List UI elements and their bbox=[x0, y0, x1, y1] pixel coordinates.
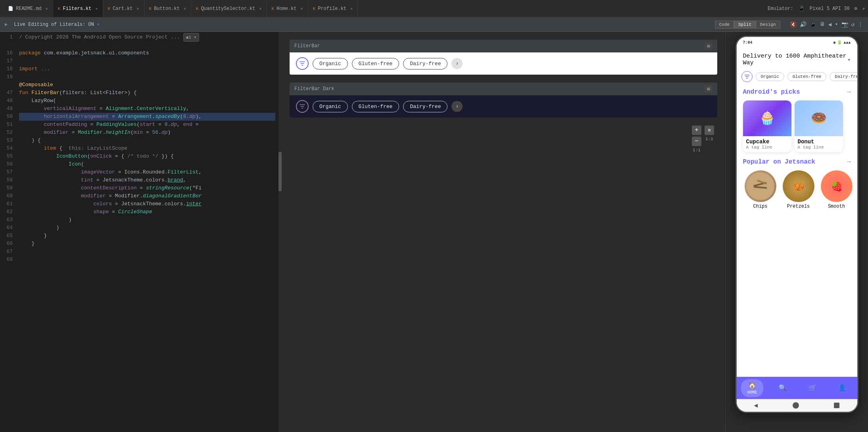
monitor-icon[interactable]: 🖥 bbox=[820, 21, 825, 28]
nav-home[interactable]: 🏠 HOME bbox=[741, 379, 763, 397]
more-icon[interactable]: ⋮ bbox=[858, 21, 863, 28]
code-line-62: modifier = Modifier.diagonalGradientBor bbox=[19, 192, 275, 200]
code-line-48: @Composable bbox=[19, 81, 275, 89]
live-edit-toggle[interactable]: Live Editing of Literals: ON ▾ bbox=[14, 21, 100, 27]
zoom-out-btn[interactable]: − bbox=[692, 137, 701, 146]
phone-rotate-icon[interactable]: 📱 bbox=[810, 21, 816, 28]
code-content[interactable]: / Copyright 2020 The Android Open Source… bbox=[16, 32, 278, 432]
product-card-cupcake[interactable]: 🧁 Cupcake A tag line bbox=[743, 100, 791, 152]
popular-card-chips[interactable]: Chips bbox=[743, 170, 778, 209]
settings-icon[interactable]: ⚙ bbox=[855, 6, 857, 12]
smoothie-name: Smooth bbox=[828, 204, 845, 209]
refresh-icon[interactable]: ↺ bbox=[851, 21, 855, 28]
donut-info: Donut A tag line bbox=[795, 136, 843, 152]
fit-controls: ⊞ 1:1 bbox=[705, 125, 714, 152]
tab-filters[interactable]: K Filters.kt ✕ bbox=[53, 0, 103, 17]
nav-cart[interactable]: 🛒 bbox=[802, 382, 823, 394]
cupcake-image: 🧁 bbox=[743, 100, 791, 136]
preview-sections: FilterBar ⊞ Organic Gluten-free Dairy-fr… bbox=[282, 32, 725, 432]
donut-image: 🍩 bbox=[795, 100, 843, 136]
mute-icon[interactable]: 🔇 bbox=[790, 21, 797, 28]
phone-chip-organic[interactable]: Organic bbox=[756, 72, 784, 81]
chip-glutenfree-dark[interactable]: Gluten-free bbox=[352, 101, 399, 112]
delivery-dropdown-icon[interactable]: ▾ bbox=[847, 56, 851, 63]
tab-readme-label: README.md bbox=[16, 6, 42, 12]
phone-icon: 📱 bbox=[798, 5, 805, 12]
chip-more-dark[interactable]: › bbox=[451, 101, 463, 112]
nav-search[interactable]: 🔍 bbox=[772, 382, 793, 394]
product-card-donut[interactable]: 🍩 Donut A tag line bbox=[795, 100, 843, 152]
delivery-header[interactable]: Delivery to 1600 Amphitheater Way ▾ bbox=[737, 48, 857, 69]
phone-filter-svg bbox=[744, 73, 750, 80]
code-line-55: ) { bbox=[19, 137, 275, 145]
phone-filter-icon[interactable] bbox=[741, 71, 753, 82]
nav-home-circle[interactable] bbox=[793, 402, 799, 409]
tab-readme[interactable]: 📄 README.md ✕ bbox=[3, 0, 53, 17]
chips-name: Chips bbox=[753, 204, 767, 209]
code-line-18 bbox=[19, 57, 275, 65]
tab-home[interactable]: K Home.kt ✕ bbox=[267, 0, 308, 17]
signal-icon: ▲▲▲ bbox=[843, 40, 851, 45]
popular-card-smoothie[interactable]: 🍓 Smooth bbox=[819, 170, 854, 209]
phone-chip-dairyfree[interactable]: Dairy-free bbox=[830, 72, 857, 81]
fit-btn[interactable]: ⊞ bbox=[705, 125, 714, 135]
code-line-16 bbox=[19, 41, 275, 49]
nav-recents-icon[interactable] bbox=[834, 403, 839, 408]
popular-card-pretzels[interactable]: 🥨 Pretzels bbox=[781, 170, 816, 209]
filterbar-light-resize[interactable]: ⊞ bbox=[705, 42, 712, 50]
filter-list-icon-dark[interactable] bbox=[296, 100, 309, 113]
top-bar: 📄 README.md ✕ K Filters.kt ✕ K Cart.kt ✕… bbox=[0, 0, 868, 17]
split-mode-btn[interactable]: Split bbox=[734, 21, 756, 29]
nav-profile[interactable]: 👤 bbox=[832, 382, 853, 394]
chip-dairyfree-dark[interactable]: Dairy-free bbox=[403, 101, 447, 112]
nav-back-icon[interactable]: ◀ bbox=[754, 401, 758, 409]
right-panel: 7:04 ◉ 🔋 ▲▲▲ Delivery to 1600 Amphitheat… bbox=[725, 32, 868, 432]
code-scrollbar-thumb bbox=[278, 152, 282, 191]
code-line-63: colors = JetsnackTheme.colors.inter bbox=[19, 200, 275, 208]
popular-arrow[interactable]: → bbox=[847, 158, 851, 166]
volume-icon[interactable]: 🔊 bbox=[800, 21, 807, 28]
live-edit-dropdown[interactable]: ▾ bbox=[97, 22, 100, 27]
phone-chip-glutenfree[interactable]: Gluten-free bbox=[787, 72, 827, 81]
prev-icon[interactable]: ◀ bbox=[828, 21, 832, 28]
tab-profile-close[interactable]: ✕ bbox=[350, 6, 353, 11]
tab-home-close[interactable]: ✕ bbox=[301, 6, 303, 11]
filterbar-dark-content: Organic Gluten-free Dairy-free › bbox=[290, 95, 717, 118]
androids-picks-arrow[interactable]: → bbox=[847, 89, 851, 96]
chip-dairyfree-light[interactable]: Dairy-free bbox=[403, 58, 447, 69]
cupcake-name: Cupcake bbox=[746, 139, 788, 145]
design-mode-btn[interactable]: Design bbox=[756, 21, 780, 29]
code-mode-btn[interactable]: Code bbox=[715, 21, 734, 29]
chip-more-light[interactable]: › bbox=[451, 58, 463, 69]
code-scrollbar[interactable] bbox=[278, 32, 282, 432]
tab-home-label: Home.kt bbox=[277, 6, 296, 12]
stop-icon[interactable]: ▪ bbox=[835, 21, 838, 28]
filter-list-icon-light[interactable] bbox=[296, 57, 309, 70]
tab-button-close[interactable]: ✕ bbox=[184, 6, 186, 11]
tab-cart[interactable]: K Cart.kt ✕ bbox=[103, 0, 144, 17]
tab-cart-close[interactable]: ✕ bbox=[137, 6, 139, 11]
code-line-64: shape = CircleShape bbox=[19, 208, 275, 216]
tab-readme-close[interactable]: ✕ bbox=[46, 6, 48, 11]
chip-organic-light[interactable]: Organic bbox=[313, 58, 348, 69]
chip-organic-dark[interactable]: Organic bbox=[313, 101, 348, 112]
camera-icon[interactable]: 📷 bbox=[841, 21, 848, 28]
tab-button[interactable]: K Button.kt ✕ bbox=[144, 0, 191, 17]
filter-svg-dark bbox=[299, 103, 306, 110]
filterbar-dark-resize[interactable]: ⊞ bbox=[705, 85, 712, 93]
tab-qty-close[interactable]: ✕ bbox=[259, 6, 261, 11]
pretzels-name: Pretzels bbox=[787, 204, 810, 209]
share-icon[interactable]: ↗ bbox=[862, 6, 865, 12]
tab-qty[interactable]: K QuantitySelector.kt ✕ bbox=[191, 0, 267, 17]
tab-filters-close[interactable]: ✕ bbox=[95, 6, 98, 11]
code-line-17: package com.example.jetsnack.ui.componen… bbox=[19, 49, 275, 57]
live-edit-label: Live Editing of Literals: ON bbox=[14, 22, 94, 27]
chip-glutenfree-light[interactable]: Gluten-free bbox=[352, 58, 399, 69]
fit-label: 1:1 bbox=[705, 137, 713, 141]
tab-profile[interactable]: K Profile.kt ✕ bbox=[308, 0, 358, 17]
nav-home-icon: 🏠 bbox=[748, 382, 756, 390]
code-line-68: } bbox=[19, 240, 275, 248]
code-line-59: imageVector = Icons.Rounded.FilterList, bbox=[19, 168, 275, 176]
zoom-in-btn[interactable]: + bbox=[692, 125, 701, 135]
code-line-19: import ... bbox=[19, 65, 275, 73]
